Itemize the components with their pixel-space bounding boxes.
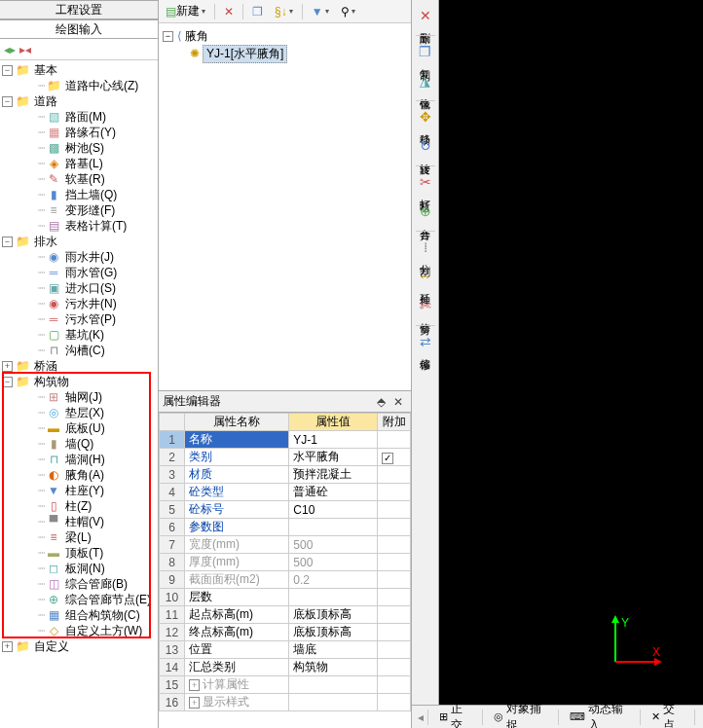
delete-button[interactable]: ✕	[219, 2, 239, 21]
tree-node[interactable]: ┈◉污水井(N)	[0, 296, 158, 311]
tool-修剪[interactable]: ✄修剪	[414, 294, 437, 321]
property-row[interactable]: 6参数图	[160, 519, 411, 536]
component-tree-item[interactable]: ✺ YJ-1[水平腋角]	[163, 45, 407, 62]
new-button[interactable]: ▤ 新建▾	[161, 0, 210, 22]
col-property-name[interactable]: 属性名称	[185, 414, 289, 431]
tree-node[interactable]: ┈▼柱座(Y)	[0, 483, 158, 498]
tree-node[interactable]: ┈◈路基(L)	[0, 156, 158, 171]
tree-item-label: 排水	[32, 234, 59, 250]
tree-node[interactable]: ┈✎软基(R)	[0, 171, 158, 187]
status-正交[interactable]: ⊞正交	[432, 698, 478, 729]
property-row[interactable]: 8厚度(mm)500	[160, 554, 411, 571]
property-row[interactable]: 5砼标号C10	[160, 501, 411, 519]
tree-node[interactable]: ┈◫综合管廊(B)	[0, 576, 158, 592]
property-row[interactable]: 1名称YJ-1	[160, 431, 411, 449]
tool-镜像[interactable]: ◮镜像	[414, 69, 437, 96]
tree-node[interactable]: ┈⊞轴网(J)	[0, 389, 158, 405]
status-bar: ◂ ⊞正交◎对象捕捉⌨动态输入✕交点	[412, 705, 703, 728]
tree-node[interactable]: ┈◎垫层(X)	[0, 405, 158, 420]
tree-node[interactable]: ┈▦组合构筑物(C)	[0, 607, 158, 623]
sort-button[interactable]: §↓▾	[270, 2, 298, 21]
property-row[interactable]: 10层数	[160, 589, 411, 606]
tree-node[interactable]: ┈▮墙(Q)	[0, 436, 158, 452]
property-row[interactable]: 12终点标高(m)底板顶标高	[160, 624, 411, 641]
tree-node[interactable]: ┈⊓墙洞(H)	[0, 452, 158, 467]
tree-node[interactable]: −📁构筑物	[0, 374, 158, 389]
property-row[interactable]: 7宽度(mm)500	[160, 536, 411, 554]
tree-node[interactable]: ┈⊓沟槽(C)	[0, 343, 158, 358]
status-对象捕捉[interactable]: ◎对象捕捉	[487, 698, 555, 729]
tree-node[interactable]: ┈◻板洞(N)	[0, 561, 158, 576]
tool-移动[interactable]: ✥移动	[414, 105, 437, 132]
status-交点[interactable]: ✕交点	[645, 698, 690, 729]
tree-node[interactable]: ┈▦路缘石(Y)	[0, 125, 158, 140]
component-tree-root[interactable]: − ⟨ 腋角	[163, 27, 407, 45]
tree-item-label: 雨水井(J)	[63, 249, 116, 266]
tree-node[interactable]: ┈▧路面(M)	[0, 109, 158, 125]
tool-旋转[interactable]: ↻旋转	[414, 134, 437, 162]
tree-node[interactable]: −📁道路	[0, 93, 158, 109]
property-row[interactable]: 9截面面积(m2)0.2	[160, 571, 411, 589]
property-row[interactable]: 2类别水平腋角✓	[160, 449, 411, 466]
tool-延伸[interactable]: ↔延伸	[414, 265, 437, 292]
tree-node[interactable]: +📁自定义	[0, 638, 158, 654]
tree-node[interactable]: ┈▬底板(U)	[0, 420, 158, 436]
tool-复制[interactable]: ❐复制	[414, 40, 437, 67]
tool-合并[interactable]: ⊕合并	[414, 200, 437, 227]
tree-node[interactable]: ┈▢基坑(K)	[0, 327, 158, 343]
tree-node[interactable]: ┈═污水管(P)	[0, 311, 158, 327]
tree-node[interactable]: ┈▣进水口(S)	[0, 280, 158, 296]
tree-node[interactable]: ┈⊕综合管廊节点(E)	[0, 592, 158, 607]
tree-node[interactable]: ┈📁道路中心线(Z)	[0, 78, 158, 93]
tool-偏移[interactable]: ⇄偏移	[414, 330, 437, 357]
filter-button[interactable]: ▼▾	[307, 2, 334, 21]
tool-打断[interactable]: ✂打断	[414, 170, 437, 198]
property-row[interactable]: 4砼类型普通砼	[160, 484, 411, 501]
tree-item-icon: ⊓	[46, 453, 61, 466]
status-动态输入[interactable]: ⌨动态输入	[563, 698, 636, 729]
property-row[interactable]: 11起点标高(m)底板顶标高	[160, 606, 411, 624]
drawing-viewport[interactable]: Y X	[439, 0, 703, 728]
tool-分割[interactable]: ⁞分割	[414, 236, 437, 263]
tree-item-icon: ◉	[46, 250, 61, 264]
tree-node[interactable]: −📁排水	[0, 234, 158, 249]
tree-node[interactable]: ┈◐腋角(A)	[0, 467, 158, 483]
pin-icon[interactable]: ⬘	[373, 395, 389, 409]
tool-label: 删除	[418, 24, 432, 26]
checkbox[interactable]: ✓	[382, 453, 393, 464]
col-property-value[interactable]: 属性值	[289, 414, 378, 431]
collapse-all-icon[interactable]: ▸◂	[19, 43, 31, 56]
tree-node[interactable]: ┈▬顶板(T)	[0, 545, 158, 561]
tree-item-label: 轴网(J)	[63, 389, 104, 406]
tree-node[interactable]: ┈≡变形缝(F)	[0, 202, 158, 218]
tool-删除[interactable]: ✕删除	[414, 4, 437, 31]
tree-node[interactable]: +📁桥涵	[0, 358, 158, 374]
property-row[interactable]: 3材质预拌混凝土	[160, 466, 411, 484]
tree-node[interactable]: ┈═雨水管(G)	[0, 265, 158, 280]
tree-node[interactable]: ┈▯柱(Z)	[0, 498, 158, 514]
property-row[interactable]: 14汇总类别构筑物	[160, 659, 411, 676]
copy-button[interactable]: ❐	[247, 2, 268, 21]
tree-node[interactable]: ┈≡梁(L)	[0, 529, 158, 545]
tree-node[interactable]: −📁基本	[0, 62, 158, 78]
property-row[interactable]: 13位置墙底	[160, 641, 411, 659]
tree-node[interactable]: ┈◉雨水井(J)	[0, 249, 158, 265]
tab-draw-input[interactable]: 绘图输入	[0, 19, 158, 39]
tree-node[interactable]: ┈▩树池(S)	[0, 140, 158, 156]
tree-node[interactable]: ┈▤表格计算(T)	[0, 218, 158, 234]
tree-node[interactable]: ┈▮挡土墙(Q)	[0, 187, 158, 202]
tab-project-settings[interactable]: 工程设置	[0, 0, 158, 19]
tree-item-label: 综合管廊节点(E)	[63, 592, 153, 608]
find-button[interactable]: ⚲▾	[336, 2, 360, 21]
tree-node[interactable]: ┈▀柱帽(V)	[0, 514, 158, 529]
property-row[interactable]: 15+计算属性	[160, 676, 411, 694]
tree-item-icon: 📁	[15, 94, 30, 108]
tree-item-icon: ◻	[46, 562, 61, 575]
expand-all-icon[interactable]: ◂▸	[4, 43, 16, 56]
tree-node[interactable]: ┈◇自定义土方(W)	[0, 623, 158, 638]
property-row[interactable]: 16+显示样式	[160, 694, 411, 711]
mid-panel: ▤ 新建▾ ✕ ❐ §↓▾ ▼▾ ⚲▾ − ⟨ 腋角 ✺ YJ-1[水平腋角]	[159, 0, 412, 728]
col-property-extra[interactable]: 附加	[378, 414, 411, 431]
close-icon[interactable]: ✕	[389, 395, 407, 409]
property-grid: 属性名称 属性值 附加 1名称YJ-12类别水平腋角✓3材质预拌混凝土4砼类型普…	[159, 413, 411, 728]
